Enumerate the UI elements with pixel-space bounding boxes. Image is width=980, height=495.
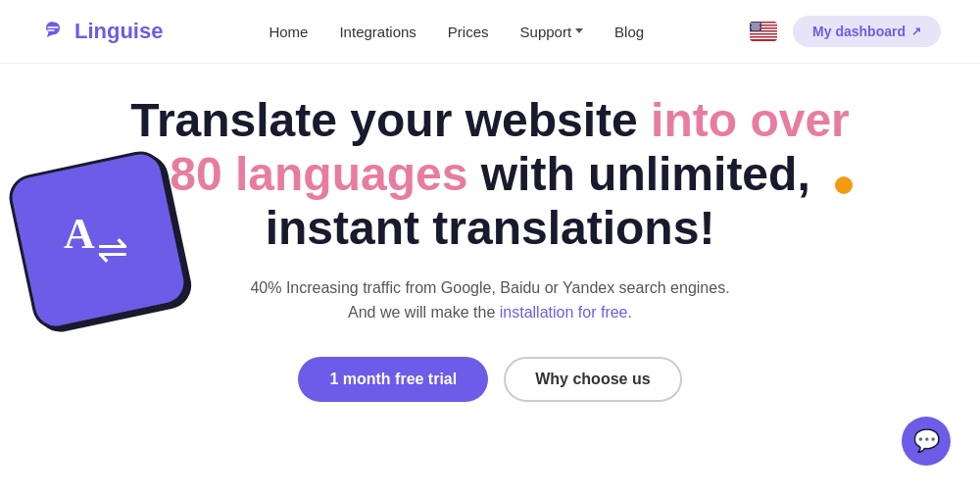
hero-buttons: 1 month free trial Why choose us bbox=[298, 357, 681, 402]
hero-title: Translate your website into over 80 lang… bbox=[118, 93, 862, 256]
svg-point-25 bbox=[758, 28, 760, 30]
svg-point-19 bbox=[755, 26, 757, 28]
svg-point-22 bbox=[752, 28, 754, 30]
hero-section: A ⇌ Translate your website into over 80 … bbox=[0, 64, 980, 402]
svg-point-15 bbox=[756, 25, 758, 26]
linguise-logo-icon bbox=[39, 18, 67, 45]
svg-point-24 bbox=[756, 28, 758, 30]
orange-dot-decoration bbox=[835, 176, 853, 194]
chat-fab-button[interactable]: 💬 bbox=[902, 417, 951, 466]
nav-home[interactable]: Home bbox=[269, 24, 308, 40]
nav-blog[interactable]: Blog bbox=[614, 24, 644, 40]
svg-point-12 bbox=[759, 23, 760, 25]
hero-subtitle: 40% Increasing traffic from Google, Baid… bbox=[250, 275, 729, 325]
logo[interactable]: Linguise bbox=[39, 18, 163, 45]
translate-icon: A ⇌ bbox=[54, 201, 142, 279]
chevron-down-icon bbox=[575, 28, 583, 33]
free-trial-button[interactable]: 1 month free trial bbox=[298, 357, 488, 402]
svg-rect-5 bbox=[750, 35, 777, 37]
svg-point-18 bbox=[753, 26, 755, 28]
svg-rect-4 bbox=[750, 32, 777, 34]
svg-point-17 bbox=[751, 26, 753, 28]
why-choose-us-button[interactable]: Why choose us bbox=[504, 357, 681, 402]
svg-point-20 bbox=[757, 26, 759, 28]
nav-links: Home Integrations Prices Support Blog bbox=[269, 24, 644, 40]
svg-point-23 bbox=[754, 28, 756, 30]
translate-card: A ⇌ bbox=[5, 147, 191, 333]
chat-icon: 💬 bbox=[913, 428, 940, 454]
svg-point-21 bbox=[759, 26, 760, 28]
flag-icon[interactable] bbox=[750, 22, 777, 41]
svg-point-10 bbox=[755, 23, 757, 25]
external-link-icon: ↗ bbox=[911, 25, 921, 38]
svg-text:A: A bbox=[64, 210, 95, 258]
svg-point-9 bbox=[753, 23, 755, 25]
nav-support[interactable]: Support bbox=[520, 24, 584, 40]
nav-prices[interactable]: Prices bbox=[448, 24, 489, 40]
svg-point-16 bbox=[758, 25, 760, 26]
svg-point-11 bbox=[757, 23, 759, 25]
svg-point-8 bbox=[751, 23, 753, 25]
dashboard-button[interactable]: My dashboard ↗ bbox=[793, 16, 941, 47]
svg-point-14 bbox=[754, 25, 756, 26]
svg-point-13 bbox=[752, 25, 754, 26]
nav-integrations[interactable]: Integrations bbox=[339, 24, 416, 40]
svg-rect-6 bbox=[750, 38, 777, 40]
installation-link[interactable]: installation for free. bbox=[500, 304, 632, 321]
svg-text:⇌: ⇌ bbox=[97, 228, 128, 270]
navbar: Linguise Home Integrations Prices Suppor… bbox=[0, 0, 980, 64]
nav-actions: My dashboard ↗ bbox=[750, 16, 941, 47]
logo-text: Linguise bbox=[74, 19, 163, 44]
